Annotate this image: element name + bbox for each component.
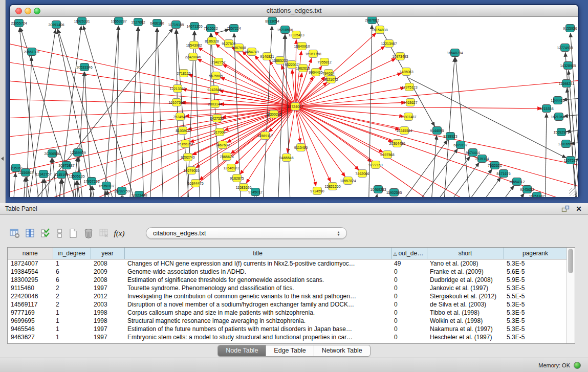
table-cell[interactable]: 0	[391, 309, 427, 317]
table-cell[interactable]: Tibbo et al. (1998)	[427, 309, 504, 317]
table-cell[interactable]: 9465546	[8, 325, 53, 333]
show-column-icon[interactable]	[23, 226, 38, 240]
table-cell[interactable]: 5.3E-5	[504, 333, 567, 341]
column-header-name[interactable]: name	[8, 248, 53, 259]
table-row[interactable]: 1872400712008Changes of HCN gene express…	[8, 259, 567, 268]
table-cell[interactable]: Estimation of the future numbers of pati…	[124, 325, 391, 333]
table-cell[interactable]: 1	[53, 309, 91, 317]
table-cell[interactable]: 5.3E-5	[504, 325, 567, 333]
table-cell[interactable]: 14569117	[8, 300, 53, 309]
table-cell[interactable]: 1997	[91, 333, 124, 341]
column-header-outde[interactable]: △out_de…	[391, 248, 427, 259]
table-cell[interactable]: Dudbridge et al. (2008)	[427, 276, 504, 284]
collapse-arrow-icon[interactable]	[1, 157, 4, 161]
table-mode-icon[interactable]	[7, 226, 23, 240]
table-cell[interactable]: 19384554	[8, 268, 53, 276]
table-row[interactable]: 2242004622012Investigating the contribut…	[8, 292, 567, 300]
table-cell[interactable]: 2003	[91, 300, 124, 309]
table-cell[interactable]: Stergiakouli et al. (2012)	[427, 292, 504, 300]
table-cell[interactable]: 1	[53, 325, 91, 333]
table-cell[interactable]: Corpus callosum shape and size in male p…	[124, 309, 391, 317]
table-cell[interactable]: 1997	[91, 325, 124, 333]
table-cell[interactable]: 1	[53, 259, 91, 268]
table-cell[interactable]: Disruption of a novel member of a sodium…	[124, 300, 391, 309]
table-cell[interactable]: 49	[391, 259, 427, 268]
table-row[interactable]: 946362711997Embryonic stem cells: a mode…	[8, 333, 567, 341]
tab-edge-table[interactable]: Edge Table	[266, 345, 313, 356]
column-header-indegree[interactable]: in_degree	[53, 248, 91, 259]
table-cell[interactable]: 1998	[91, 317, 124, 325]
network-window-titlebar[interactable]: citations_edges.txt	[10, 5, 578, 17]
table-cell[interactable]: 18300295	[8, 276, 53, 284]
table-cell[interactable]: Investigating the contribution of common…	[124, 292, 391, 300]
table-cell[interactable]: 0	[391, 333, 427, 341]
table-cell[interactable]: 6	[53, 268, 91, 276]
table-cell[interactable]: 5.3E-5	[504, 309, 567, 317]
table-cell[interactable]: 5.3E-5	[504, 317, 567, 325]
new-table-icon[interactable]	[66, 226, 81, 240]
function-builder-icon[interactable]: f(x)	[112, 226, 127, 240]
tab-network-table[interactable]: Network Table	[314, 345, 370, 356]
table-row[interactable]: 1938455462009Genome-wide association stu…	[8, 268, 567, 276]
control-panel-splitter[interactable]	[0, 0, 6, 203]
table-cell[interactable]: 2	[53, 300, 91, 309]
table-cell[interactable]: 1998	[91, 309, 124, 317]
table-cell[interactable]: 2	[53, 292, 91, 300]
table-cell[interactable]: 9115460	[8, 284, 53, 292]
table-cell[interactable]: 0	[391, 268, 427, 276]
table-cell[interactable]: 0	[391, 276, 427, 284]
table-cell[interactable]: 5.3E-5	[504, 300, 567, 309]
table-cell[interactable]: Nakamura et al. (1997)	[427, 325, 504, 333]
table-cell[interactable]: 22420046	[8, 292, 53, 300]
table-cell[interactable]: 18724007	[8, 259, 53, 268]
delete-column-icon[interactable]	[96, 226, 112, 240]
select-all-icon[interactable]	[38, 226, 53, 240]
table-cell[interactable]: 1997	[91, 284, 124, 292]
table-cell[interactable]: 9777169	[8, 309, 53, 317]
table-cell[interactable]: 5.6E-5	[504, 268, 567, 276]
table-cell[interactable]: Jankovic et al. (1997)	[427, 284, 504, 292]
table-cell[interactable]: Embryonic stem cells: a model to study s…	[124, 333, 391, 341]
tab-node-table[interactable]: Node Table	[218, 345, 266, 356]
float-panel-icon[interactable]	[561, 205, 570, 212]
table-cell[interactable]: 0	[391, 284, 427, 292]
table-cell[interactable]: Hescheler et al. (1997)	[427, 333, 504, 341]
table-cell[interactable]: 0	[391, 292, 427, 300]
table-cell[interactable]: 2009	[91, 268, 124, 276]
table-cell[interactable]: 5.9E-5	[504, 276, 567, 284]
network-view-window[interactable]: citations_edges.txt 18724007224200462718…	[9, 4, 579, 197]
network-graph[interactable]: 1872400722420046271812612213383161075537…	[10, 17, 578, 197]
table-cell[interactable]: 2008	[91, 259, 124, 268]
table-cell[interactable]: 1	[53, 333, 91, 341]
table-cell[interactable]: 2	[53, 284, 91, 292]
table-cell[interactable]: 9463627	[8, 333, 53, 341]
table-cell[interactable]: Structural magnetic resonance image aver…	[124, 317, 391, 325]
network-canvas[interactable]: 1872400722420046271812612213383161075537…	[10, 17, 578, 197]
delete-table-icon[interactable]	[81, 226, 96, 240]
window-resize-grip[interactable]	[569, 188, 577, 196]
table-cell[interactable]: 0	[391, 300, 427, 309]
table-row[interactable]: 1830029562008Estimation of significance …	[8, 276, 567, 284]
table-cell[interactable]: 1	[53, 317, 91, 325]
table-row[interactable]: 946554611997Estimation of the future num…	[8, 325, 567, 333]
table-scrollbar[interactable]	[567, 248, 575, 343]
table-row[interactable]: 969969511998Structural magnetic resonanc…	[8, 317, 567, 325]
table-cell[interactable]: Estimation of significance thresholds fo…	[124, 276, 391, 284]
column-header-title[interactable]: title	[124, 248, 391, 259]
table-cell[interactable]: 5.3E-5	[504, 259, 567, 268]
table-row[interactable]: 977716911998Corpus callosum shape and si…	[8, 309, 567, 317]
table-cell[interactable]: 6	[53, 276, 91, 284]
close-panel-icon[interactable]: ✕	[576, 205, 582, 212]
column-header-year[interactable]: year	[91, 248, 124, 259]
table-cell[interactable]: Franke et al. (2009)	[427, 268, 504, 276]
table-cell[interactable]: Genome-wide association studies in ADHD.	[124, 268, 391, 276]
table-cell[interactable]: 9699695	[8, 317, 53, 325]
table-cell[interactable]: de Silva et al. (2003)	[427, 300, 504, 309]
table-row[interactable]: 1456911722003Disruption of a novel membe…	[8, 300, 567, 309]
table-cell[interactable]: 2012	[91, 292, 124, 300]
table-cell[interactable]: 2008	[91, 276, 124, 284]
table-cell[interactable]: 5.5E-5	[504, 292, 567, 300]
table-cell[interactable]: Wolkin et al. (1998)	[427, 317, 504, 325]
table-cell[interactable]: Tourette syndrome. Phenomenology and cla…	[124, 284, 391, 292]
table-row[interactable]: 911546021997Tourette syndrome. Phenomeno…	[8, 284, 567, 292]
